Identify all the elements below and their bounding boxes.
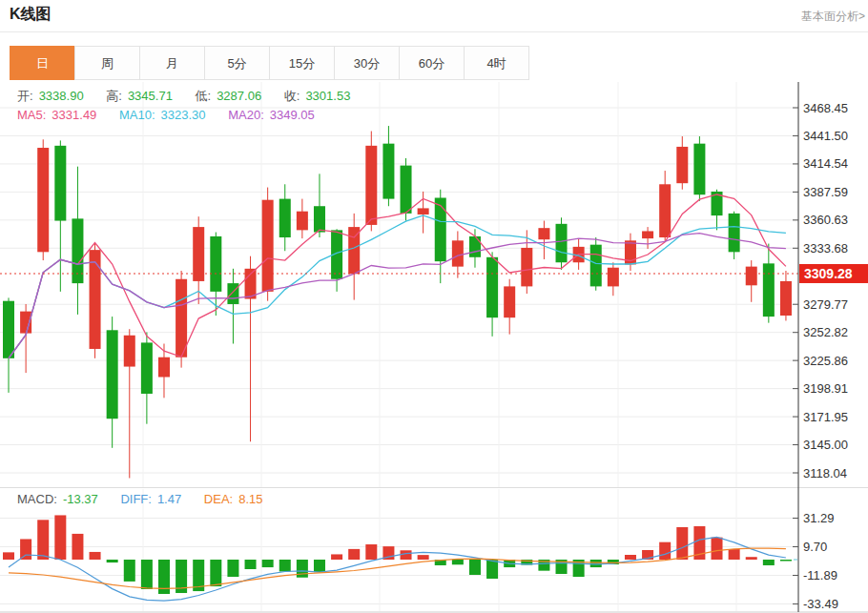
high-value: 3345.71 [128, 89, 173, 103]
ma10-label: MA10: [119, 108, 155, 122]
candle-body [365, 146, 377, 225]
axis-tick-label: 3145.00 [803, 438, 848, 452]
macd-bar [331, 554, 342, 560]
ma5-value: 3331.49 [52, 108, 96, 122]
candle-body [54, 146, 66, 221]
candle-body [3, 301, 14, 358]
candle-body [262, 200, 274, 292]
candle-body [521, 248, 532, 286]
axis-tick-label: 3118.04 [803, 466, 847, 480]
candle-body [418, 208, 429, 215]
candle-body [314, 206, 325, 232]
macd-bar [245, 560, 257, 569]
high-label: 高: [106, 89, 122, 103]
candle-body [746, 267, 757, 286]
macd-bar [625, 555, 636, 560]
macd-label: MACD: [17, 492, 57, 506]
tab-日[interactable]: 日 [10, 46, 75, 80]
kline-page: { "page": { "title": "K线图", "link": "基本面… [0, 0, 868, 613]
ma-legend: MA5:3331.49 MA10:3323.30 MA20:3349.05 [17, 108, 320, 122]
macd-bar [746, 557, 757, 560]
candle-body [676, 147, 688, 183]
tab-周[interactable]: 周 [74, 46, 140, 80]
candle-body [590, 245, 602, 287]
axis-tick-label: 31.29 [803, 511, 835, 525]
axis-tick-label: -11.89 [803, 568, 837, 582]
candle-body [158, 358, 170, 378]
candle-body [538, 228, 549, 239]
candle-body [693, 144, 705, 195]
macd-bar [20, 539, 31, 560]
candle-body [297, 212, 308, 231]
axis-tick-label: 3171.95 [803, 410, 848, 424]
period-tabs: 日周月5分15分30分60分4时 [10, 46, 529, 80]
candle-body [124, 336, 135, 367]
macd-bar [262, 560, 274, 567]
macd-bar [712, 538, 723, 560]
axis-tick-label: 3225.86 [803, 354, 848, 368]
candle-body [469, 236, 481, 257]
axis-tick-label: 3468.45 [803, 101, 848, 115]
candle-body [608, 268, 619, 287]
candle-body [107, 330, 118, 419]
candle-body [763, 263, 775, 317]
macd-bar [401, 550, 412, 560]
tab-60分[interactable]: 60分 [399, 46, 465, 80]
candle-body [141, 342, 153, 394]
macd-bar [227, 560, 238, 577]
candle-body [90, 250, 101, 349]
ma10-value: 3323.30 [161, 108, 206, 122]
macd-bar [365, 544, 377, 560]
tab-月[interactable]: 月 [139, 46, 205, 80]
axis-tick-label: -33.49 [803, 597, 838, 611]
tab-4时[interactable]: 4时 [464, 46, 529, 80]
axis-tick-label: 3441.50 [803, 129, 848, 143]
macd-bar [314, 560, 325, 572]
axis-tick-label: 3198.91 [803, 381, 848, 396]
candle-body [659, 184, 671, 237]
close-value: 3301.53 [305, 89, 350, 103]
axis-tick-label: 3387.59 [803, 185, 848, 199]
tab-30分[interactable]: 30分 [334, 46, 400, 80]
ma20-label: MA20: [228, 108, 264, 122]
current-price-badge-label: 3309.28 [804, 266, 853, 281]
close-label: 收: [284, 89, 300, 103]
axis-tick-label: 3252.82 [803, 325, 848, 339]
candle-body [37, 148, 49, 252]
diff-label: DIFF: [120, 492, 152, 506]
candle-body [279, 199, 291, 237]
low-value: 3287.06 [217, 89, 261, 103]
ma5-label: MA5: [17, 108, 46, 122]
macd-bar [469, 560, 481, 575]
macd-bar [763, 560, 775, 565]
candle-body [193, 227, 204, 281]
candle-body [210, 236, 221, 292]
macd-bar [107, 560, 118, 562]
candle-body [556, 224, 568, 262]
macd-bar [676, 527, 688, 560]
tab-15分[interactable]: 15分 [269, 46, 335, 80]
macd-bar [90, 552, 101, 560]
macd-bar [590, 560, 602, 567]
diff-value: 1.47 [157, 492, 181, 506]
macd-bar [452, 560, 464, 564]
macd-bar [486, 560, 498, 579]
candle-body [435, 197, 446, 261]
macd-bar [729, 549, 740, 560]
ohlc-legend: 开:3338.90 高:3345.71 低:3287.06 收:3301.53 [17, 88, 356, 105]
tab-5分[interactable]: 5分 [204, 46, 270, 80]
low-label: 低: [196, 89, 212, 103]
macd-bar [124, 560, 135, 582]
open-label: 开: [17, 89, 33, 103]
macd-bar [418, 555, 429, 560]
macd-bar [141, 560, 153, 589]
macd-bar [279, 560, 291, 572]
candle-body [382, 144, 394, 199]
macd-bar [659, 542, 671, 560]
candle-body [486, 257, 498, 317]
candle-body [729, 214, 740, 252]
candle-body [452, 240, 464, 266]
macd-bar [72, 534, 83, 560]
axis-tick-label: 3414.54 [803, 156, 848, 171]
macd-bar [210, 560, 221, 586]
